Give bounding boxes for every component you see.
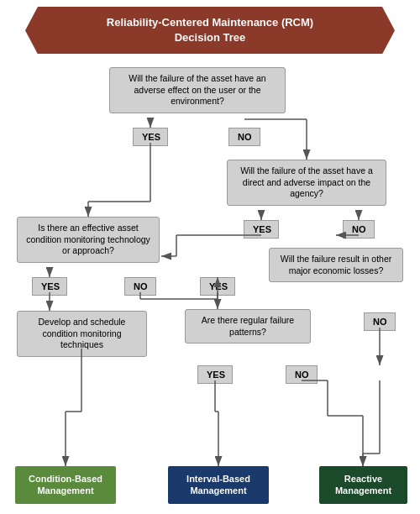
title-banner: Reliability-Centered Maintenance (RCM) D… [25, 7, 395, 54]
answer-q2-yes: YES [244, 220, 279, 239]
answer-q3-yes: YES [32, 277, 67, 296]
outcome3-label: Reactive Management [335, 474, 391, 496]
answer-q4-yes: YES [200, 277, 235, 296]
action-condition-monitoring: Develop and schedule condition monitorin… [17, 311, 147, 357]
outcome-interval-based: Interval-Based Management [168, 466, 269, 504]
question-4: Will the failure result in other major e… [269, 248, 403, 282]
outcome2-sub: Management [190, 485, 246, 496]
answer-q5-yes: YES [197, 365, 233, 384]
answer-q4-no: NO [364, 312, 396, 331]
title-line2: Decision Tree [175, 31, 246, 44]
question-3: Is there an effective asset condition mo… [17, 217, 160, 263]
outcome1-label: Condition-Based [29, 474, 102, 484]
outcome-reactive: Reactive Management [319, 466, 407, 504]
answer-q3-no: NO [124, 277, 156, 296]
outcome1-sub: Management [37, 485, 93, 496]
page: Reliability-Centered Maintenance (RCM) D… [0, 0, 420, 514]
answer-q5-no: NO [286, 365, 318, 384]
question-1: Will the failure of the asset have an ad… [109, 67, 286, 113]
answer-q2-no: NO [343, 220, 375, 239]
answer-q1-no: NO [228, 128, 260, 146]
answer-q1-yes: YES [133, 128, 168, 146]
outcome2-label: Interval-Based [186, 474, 250, 484]
question-5: Are there regular failure patterns? [185, 309, 311, 344]
outcome-condition-based: Condition-Based Management [15, 466, 116, 504]
title-line1: Reliability-Centered Maintenance (RCM) [107, 16, 313, 29]
question-2: Will the failure of the asset have a dir… [227, 160, 386, 206]
